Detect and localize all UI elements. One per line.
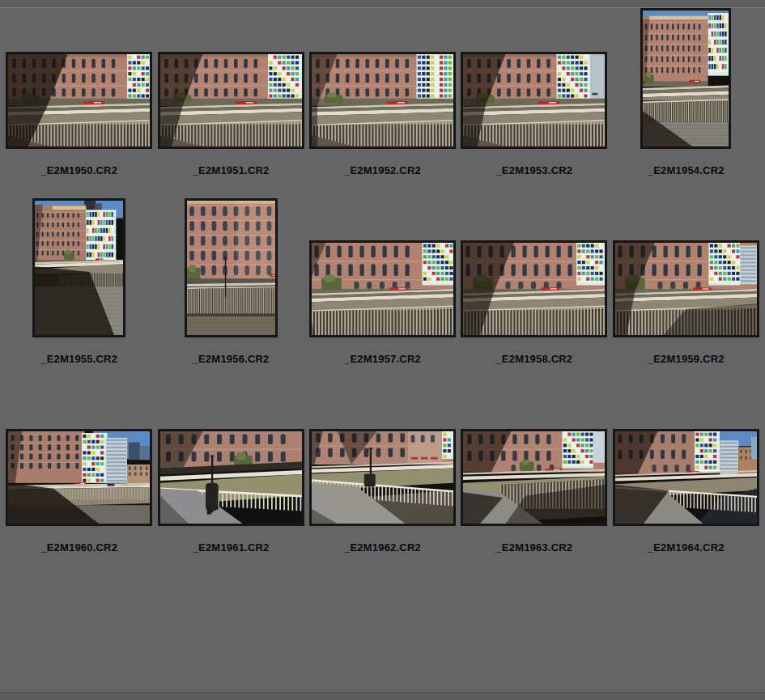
file-thumbnail-cell: _E2M1963.CR2 <box>458 428 610 553</box>
thumbnail-image[interactable] <box>6 52 152 149</box>
file-thumbnail-cell: _E2M1957.CR2 <box>307 198 458 364</box>
file-thumbnail-cell: _E2M1952.CR2 <box>307 8 458 176</box>
thumbnail-image[interactable] <box>32 198 125 337</box>
file-thumbnail-cell: _E2M1954.CR2 <box>610 8 762 176</box>
thumbnail-filename[interactable]: _E2M1951.CR2 <box>193 165 270 176</box>
thumbnail-row-3: _E2M1960.CR2_E2M1961.CR2_E2M1962.CR2_E2M… <box>3 428 762 553</box>
thumbnail-image[interactable] <box>309 429 456 526</box>
thumbnail-image[interactable] <box>613 429 759 526</box>
thumbnail-filename[interactable]: _E2M1955.CR2 <box>40 354 117 364</box>
thumbnail-image[interactable] <box>613 240 759 337</box>
thumbnail-filename[interactable]: _E2M1960.CR2 <box>40 542 117 553</box>
thumbnail-filename[interactable]: _E2M1952.CR2 <box>344 165 421 176</box>
file-thumbnail-cell: _E2M1950.CR2 <box>3 8 155 176</box>
thumbnail-filename[interactable]: _E2M1964.CR2 <box>648 542 725 553</box>
file-thumbnail-cell: _E2M1958.CR2 <box>458 198 610 364</box>
thumbnail-image[interactable] <box>640 8 731 149</box>
thumbnail-image[interactable] <box>461 240 607 337</box>
thumbnail-image[interactable] <box>158 52 304 149</box>
thumbnail-image[interactable] <box>158 429 304 526</box>
window-bottom-divider <box>0 692 765 700</box>
thumbnail-image[interactable] <box>309 52 456 149</box>
file-thumbnail-cell: _E2M1960.CR2 <box>3 428 155 553</box>
thumbnail-filename[interactable]: _E2M1962.CR2 <box>344 542 421 553</box>
thumbnail-image[interactable] <box>6 429 152 526</box>
thumbnail-image[interactable] <box>461 52 607 149</box>
thumbnail-image[interactable] <box>185 198 278 337</box>
thumbnail-row-1: _E2M1950.CR2_E2M1951.CR2_E2M1952.CR2_E2M… <box>3 8 762 176</box>
thumbnail-image[interactable] <box>309 240 456 337</box>
file-thumbnail-cell: _E2M1955.CR2 <box>3 198 155 364</box>
thumbnail-filename[interactable]: _E2M1963.CR2 <box>495 542 572 553</box>
file-thumbnail-cell: _E2M1951.CR2 <box>155 8 306 176</box>
thumbnail-filename[interactable]: _E2M1957.CR2 <box>344 354 421 364</box>
file-thumbnail-cell: _E2M1956.CR2 <box>155 198 306 364</box>
photo-browser-window: _E2M1950.CR2_E2M1951.CR2_E2M1952.CR2_E2M… <box>0 0 765 700</box>
thumbnail-filename[interactable]: _E2M1950.CR2 <box>40 165 117 176</box>
window-top-divider <box>0 0 765 8</box>
thumbnail-image[interactable] <box>461 429 607 526</box>
thumbnail-filename[interactable]: _E2M1961.CR2 <box>193 542 270 553</box>
thumbnail-filename[interactable]: _E2M1956.CR2 <box>193 354 270 364</box>
thumbnail-row-2: _E2M1955.CR2_E2M1956.CR2_E2M1957.CR2_E2M… <box>3 198 762 364</box>
thumbnail-filename[interactable]: _E2M1958.CR2 <box>495 354 572 364</box>
thumbnail-filename[interactable]: _E2M1953.CR2 <box>495 165 572 176</box>
file-thumbnail-cell: _E2M1961.CR2 <box>155 428 306 553</box>
file-thumbnail-cell: _E2M1964.CR2 <box>610 428 762 553</box>
thumbnail-filename[interactable]: _E2M1954.CR2 <box>648 165 725 176</box>
file-thumbnail-cell: _E2M1959.CR2 <box>610 198 762 364</box>
file-thumbnail-cell: _E2M1962.CR2 <box>307 428 458 553</box>
thumbnail-filename[interactable]: _E2M1959.CR2 <box>648 354 725 364</box>
file-thumbnail-cell: _E2M1953.CR2 <box>458 8 610 176</box>
